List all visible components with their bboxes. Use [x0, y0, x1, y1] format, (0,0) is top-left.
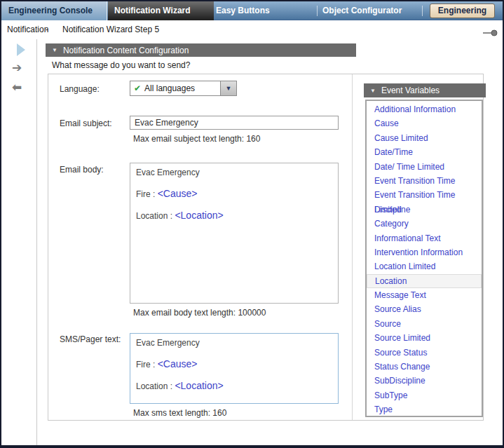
event-variable-link[interactable]: Location — [367, 274, 482, 288]
event-variable-link[interactable]: Source Limited — [367, 331, 482, 345]
pin-icon[interactable] — [483, 27, 498, 39]
event-variable-link[interactable]: Cause — [367, 116, 482, 130]
language-value-text: All languages — [144, 83, 195, 93]
breadcrumb: Notification - Notification Wizard Step … — [1, 20, 503, 39]
wizard-nav-sidebar: ➔ ⬅ — [1, 39, 37, 445]
check-icon: ✔ — [134, 83, 141, 93]
event-variable-link[interactable]: Additional Information — [367, 102, 482, 116]
language-selected-value: ✔ All languages — [130, 81, 220, 95]
back-arrow-icon[interactable]: ⬅ — [12, 80, 22, 95]
sms-pager-textarea[interactable]: Evac Emergency Fire : <Cause> Location :… — [130, 333, 339, 404]
tab-object-configurator[interactable]: Object Configurator — [322, 1, 402, 20]
email-body-textarea[interactable]: Evac Emergency Fire : <Cause> Location :… — [130, 163, 339, 304]
play-icon[interactable] — [17, 43, 25, 56]
email-body-label: Email body: — [60, 165, 104, 175]
email-body-line1: Evac Emergency — [136, 168, 332, 177]
event-variables-title: Event Variables — [381, 86, 440, 95]
event-variable-link[interactable]: Status Change — [367, 360, 482, 374]
event-variable-link[interactable]: Event Transition Time Limited — [367, 188, 482, 202]
language-label: Language: — [60, 84, 100, 94]
wizard-question: What message do you want to send? — [52, 60, 190, 70]
event-variable-link[interactable]: Informational Text — [367, 231, 482, 245]
email-body-line2: Fire : <Cause> — [136, 188, 332, 199]
email-body-max-hint: Max email body text length: 100000 — [133, 308, 266, 318]
email-subject-input[interactable] — [130, 116, 339, 130]
event-variable-link[interactable]: Type — [367, 402, 482, 416]
fire-prefix: Fire : — [136, 360, 155, 369]
event-variable-link[interactable]: Event Transition Time — [367, 174, 482, 188]
collapse-triangle-icon[interactable]: ▼ — [370, 88, 376, 94]
application-window: Engineering Console Notification Wizard … — [0, 0, 504, 448]
breadcrumb-page: Notification Wizard Step 5 — [62, 20, 159, 39]
sms-pager-label: SMS/Pager text: — [60, 334, 121, 344]
content-configuration-header[interactable]: ▼ Notification Content Configuration — [46, 43, 356, 57]
email-body-line3: Location : <Location> — [136, 210, 332, 221]
location-prefix: Location : — [136, 381, 172, 391]
sms-max-hint: Max sms text length: 160 — [133, 408, 226, 418]
location-prefix: Location : — [136, 211, 172, 221]
sms-line1: Evac Emergency — [136, 338, 332, 348]
event-variables-list: Additional InformationCauseCause Limited… — [365, 100, 483, 417]
email-subject-max-hint: Max email subject text length: 160 — [133, 134, 260, 144]
tab-engineering-console[interactable]: Engineering Console — [1, 1, 107, 20]
cause-variable-token[interactable]: <Cause> — [158, 188, 198, 199]
event-variable-link[interactable]: Source — [367, 317, 482, 331]
event-variable-link[interactable]: Location Limited — [367, 259, 482, 273]
event-variable-link[interactable]: Date/ Time Limited — [367, 160, 482, 174]
event-variable-link[interactable]: SubDiscipline — [367, 374, 482, 388]
event-variable-link[interactable]: Message Text — [367, 288, 482, 302]
cause-variable-token[interactable]: <Cause> — [158, 358, 198, 369]
tab-easy-buttons[interactable]: Easy Buttons — [216, 1, 270, 20]
event-variable-link[interactable]: Cause Limited — [367, 131, 482, 145]
forward-arrow-icon[interactable]: ➔ — [12, 60, 22, 75]
sms-line3: Location : <Location> — [136, 380, 332, 391]
event-variable-link[interactable]: Category — [367, 217, 482, 231]
tab-separator — [317, 6, 318, 16]
breadcrumb-separator: - — [46, 20, 48, 39]
chevron-down-icon: ▼ — [226, 85, 232, 92]
location-variable-token[interactable]: <Location> — [175, 380, 223, 391]
breadcrumb-section[interactable]: Notification — [7, 20, 48, 39]
event-variable-link[interactable]: Source Alias — [367, 302, 482, 316]
event-variable-link[interactable]: Source Status — [367, 346, 482, 360]
location-variable-token[interactable]: <Location> — [175, 210, 223, 221]
collapse-triangle-icon[interactable]: ▼ — [52, 47, 57, 53]
fire-prefix: Fire : — [136, 189, 155, 199]
tab-separator — [422, 6, 423, 16]
dropdown-arrow-button[interactable]: ▼ — [220, 81, 236, 95]
event-variable-link[interactable]: Date/Time — [367, 145, 482, 159]
event-variables-header[interactable]: ▼ Event Variables — [364, 83, 486, 97]
content-configuration-title: Notification Content Configuration — [63, 46, 189, 55]
language-dropdown[interactable]: ✔ All languages ▼ — [130, 81, 237, 96]
email-subject-label: Email subject: — [60, 118, 112, 128]
tab-bar: Engineering Console Notification Wizard … — [1, 1, 503, 20]
form-divider — [352, 74, 353, 420]
event-variable-link[interactable]: Intervention Information — [367, 245, 482, 259]
tab-notification-wizard[interactable]: Notification Wizard — [108, 1, 214, 20]
event-variable-link[interactable]: Discipline — [367, 203, 482, 217]
message-form: Language: ✔ All languages ▼ Email subjec… — [48, 74, 484, 421]
sms-line2: Fire : <Cause> — [136, 358, 332, 369]
event-variable-link[interactable]: SubType — [367, 388, 482, 402]
engineering-mode-button[interactable]: Engineering — [430, 4, 495, 18]
